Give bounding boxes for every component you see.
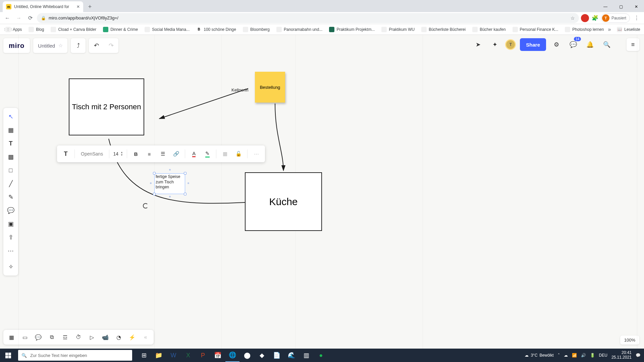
selected-text-box[interactable]: fertige Speise zum Tisch bringen: [154, 173, 185, 194]
resize-handle-se[interactable]: [184, 193, 186, 195]
bookmark-item[interactable]: Blog: [26, 27, 47, 32]
font-size-input[interactable]: 14 ▲▼: [112, 148, 124, 160]
text-color-button[interactable]: A: [188, 148, 200, 160]
reading-list-button[interactable]: 📖Leseliste: [614, 27, 643, 32]
node-tisch[interactable]: Tisch mit 2 Personen: [69, 78, 144, 135]
powerpoint-icon[interactable]: P: [196, 349, 210, 362]
battery-icon[interactable]: 🔋: [590, 353, 595, 358]
label-kellnerin[interactable]: Kellnerin: [231, 87, 249, 93]
midpoint-handle[interactable]: [169, 196, 171, 197]
bookmark-star-icon[interactable]: ☆: [571, 15, 575, 21]
chrome-menu-button[interactable]: ⋮: [632, 15, 641, 21]
task-view-icon[interactable]: ⊞: [137, 349, 151, 362]
canvas[interactable]: Tisch mit 2 Personen Küche Bestellung Ke…: [0, 35, 644, 349]
bookmark-item[interactable]: Praktikum Projektm...: [326, 27, 377, 32]
address-bar[interactable]: 🔒 miro.com/app/board/uXjVOf8yZ3g=/ ☆: [37, 13, 579, 23]
window-minimize[interactable]: —: [598, 1, 613, 12]
size-down-icon[interactable]: ▼: [120, 154, 123, 157]
more-options-button[interactable]: ⋯: [250, 148, 262, 160]
bookmark-item[interactable]: Social Media Mana...: [142, 27, 192, 32]
apps-icon: ⋮⋮⋮: [5, 27, 11, 32]
midpoint-handle[interactable]: [187, 182, 189, 184]
app-icon-2[interactable]: ▥: [299, 349, 313, 362]
list-button[interactable]: ☰: [157, 148, 169, 160]
bookmark-item[interactable]: Cload + Canva Bilder: [48, 27, 99, 32]
resize-handle-sw[interactable]: [153, 193, 156, 195]
calendar-icon[interactable]: 📅: [211, 349, 225, 362]
lock-button[interactable]: 🔓: [232, 148, 245, 160]
miro-favicon: m: [6, 4, 11, 9]
lock-icon: 🔒: [41, 16, 46, 20]
excel-icon[interactable]: X: [181, 349, 195, 362]
extensions-menu-icon[interactable]: 🧩: [591, 14, 599, 22]
edge-icon[interactable]: 🌊: [284, 349, 299, 362]
bookmarks-overflow[interactable]: »: [608, 26, 611, 33]
bookmark-item[interactable]: Personal Finance K...: [510, 27, 561, 32]
bookmark-item[interactable]: Bloomberg: [240, 27, 272, 32]
window-close[interactable]: ✕: [629, 1, 644, 12]
apps-button[interactable]: ⋮⋮⋮Apps: [3, 27, 24, 32]
bookmarks-bar: ⋮⋮⋮Apps Blog Cload + Canva Bilder Dinner…: [0, 24, 644, 35]
notifications-icon[interactable]: 💬: [636, 353, 641, 358]
chrome-icon[interactable]: 🌐: [225, 349, 239, 362]
nav-back-button[interactable]: ←: [3, 13, 12, 23]
link-button[interactable]: 🔗: [170, 148, 182, 160]
reading-list-icon: 📖: [617, 27, 622, 32]
language-indicator[interactable]: DEU: [599, 353, 607, 358]
obs-icon[interactable]: ⬤: [240, 349, 254, 362]
taskbar-search[interactable]: 🔍 Zur Suche Text hier eingeben: [18, 350, 132, 361]
volume-icon[interactable]: 🔊: [581, 353, 586, 358]
sticky-bestellung[interactable]: Bestellung: [255, 72, 285, 103]
bookmark-item[interactable]: B100 schöne Dinge: [194, 27, 239, 32]
extension-icon[interactable]: [581, 14, 589, 22]
weather-icon: ☁: [525, 353, 529, 358]
tab-title: Untitled, Online Whiteboard for: [14, 4, 69, 9]
browser-tab[interactable]: m Untitled, Online Whiteboard for ✕: [3, 1, 83, 12]
spotify-icon[interactable]: ●: [314, 349, 328, 362]
bookmark-item[interactable]: Praktikum WU: [379, 27, 417, 32]
tray-chevron-icon[interactable]: ˄: [558, 353, 560, 358]
profile-status: Pausiert: [611, 16, 626, 20]
svg-line-0: [159, 88, 248, 119]
align-button[interactable]: ≡: [143, 148, 155, 160]
search-icon: 🔍: [21, 353, 27, 358]
text-format-toolbar: T OpenSans 14 ▲▼ B ≡ ☰ 🔗 A ✎ ▦ 🔓 ⋯: [57, 145, 265, 162]
bookmark-item[interactable]: Bücher kaufen: [470, 27, 508, 32]
bookmark-item[interactable]: Dinner & Crime: [100, 27, 141, 32]
tab-close-icon[interactable]: ✕: [76, 4, 80, 9]
search-placeholder: Zur Suche Text hier eingeben: [30, 353, 87, 358]
bookmark-item[interactable]: Panoramabahn und...: [274, 27, 325, 32]
bookmark-item[interactable]: Photoshop lernen: [562, 27, 606, 32]
nav-forward-button[interactable]: →: [14, 13, 23, 23]
profile-button[interactable]: T Pausiert: [601, 13, 630, 23]
resize-handle-nw[interactable]: [153, 172, 156, 175]
file-explorer-icon[interactable]: 📁: [152, 349, 166, 362]
app-icon[interactable]: ◆: [255, 349, 269, 362]
bold-button[interactable]: B: [130, 148, 142, 160]
midpoint-handle[interactable]: [150, 182, 152, 184]
wifi-icon[interactable]: 📶: [572, 353, 577, 358]
midpoint-handle[interactable]: [169, 169, 171, 171]
notepad-icon[interactable]: 📄: [270, 349, 284, 362]
rotate-handle[interactable]: [143, 203, 148, 208]
new-tab-button[interactable]: +: [85, 2, 95, 11]
start-button[interactable]: [0, 349, 16, 362]
word-icon[interactable]: W: [166, 349, 180, 362]
text-type-icon[interactable]: T: [60, 148, 72, 160]
font-select[interactable]: OpenSans: [77, 148, 106, 160]
highlight-button[interactable]: ✎: [201, 148, 213, 160]
nav-reload-button[interactable]: ⟳: [25, 13, 35, 23]
bookmark-item[interactable]: Bücherliste Bücherei: [419, 27, 468, 32]
resize-handle-ne[interactable]: [184, 172, 186, 175]
node-kueche[interactable]: Küche: [245, 172, 322, 231]
bg-color-button[interactable]: ▦: [219, 148, 231, 160]
profile-avatar: T: [602, 14, 609, 22]
windows-taskbar: 🔍 Zur Suche Text hier eingeben ⊞ 📁 W X P…: [0, 349, 644, 362]
weather-widget[interactable]: ☁ 3°C Bewölkt: [525, 353, 553, 358]
url-text: miro.com/app/board/uXjVOf8yZ3g=/: [49, 15, 118, 20]
onedrive-icon[interactable]: ☁: [564, 353, 568, 358]
clock[interactable]: 20:41 25.11.2021: [611, 351, 632, 360]
window-maximize[interactable]: ▢: [613, 1, 629, 12]
